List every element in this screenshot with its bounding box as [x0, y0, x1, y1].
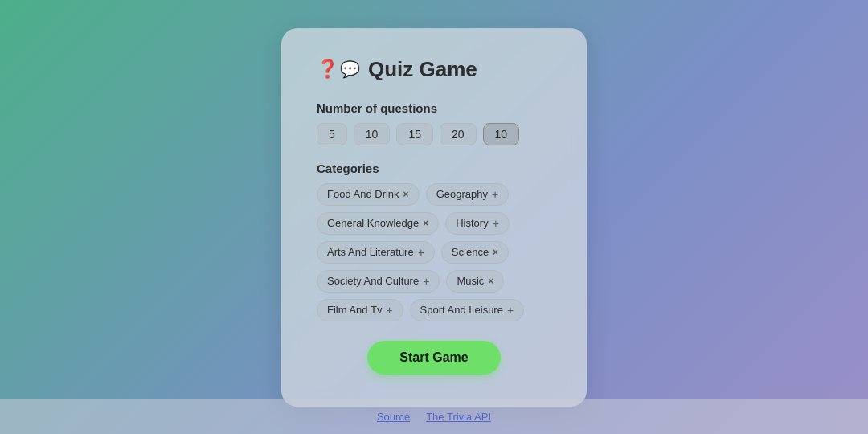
tag-add-icon[interactable]: +	[418, 246, 424, 259]
tag-label: Geography	[436, 188, 488, 200]
card-header: ❓ 💬 Quiz Game	[317, 57, 551, 82]
start-btn-wrapper: Start Game	[317, 341, 551, 375]
tag-music[interactable]: Music ×	[446, 270, 504, 293]
tag-label: Science	[452, 246, 489, 258]
tag-remove-icon[interactable]: ×	[493, 247, 498, 258]
tag-add-icon[interactable]: +	[507, 304, 514, 317]
tag-remove-icon[interactable]: ×	[488, 276, 493, 287]
tag-food-and-drink[interactable]: Food And Drink ×	[317, 183, 420, 206]
num-btn-5[interactable]: 5	[317, 123, 347, 145]
tag-science[interactable]: Science ×	[441, 241, 509, 264]
tag-society-and-culture[interactable]: Society And Culture +	[317, 270, 440, 293]
tag-label: General Knowledge	[327, 217, 419, 229]
tag-label: Music	[457, 275, 484, 287]
main-content: ❓ 💬 Quiz Game Number of questions 5 10 1…	[0, 0, 868, 434]
quiz-card: ❓ 💬 Quiz Game Number of questions 5 10 1…	[281, 28, 587, 407]
num-btn-10b[interactable]: 10	[483, 123, 520, 145]
tag-geography[interactable]: Geography +	[426, 183, 510, 206]
categories-section: Categories Food And Drink × Geography + …	[317, 162, 551, 321]
num-btn-20[interactable]: 20	[440, 123, 477, 145]
tag-remove-icon[interactable]: ×	[403, 189, 409, 200]
tag-history[interactable]: History +	[445, 212, 510, 235]
footer: Source The Trivia API	[0, 399, 868, 434]
tag-label: Food And Drink	[327, 188, 399, 200]
tag-film-and-tv[interactable]: Film And Tv +	[317, 299, 403, 321]
start-game-button[interactable]: Start Game	[367, 341, 500, 375]
trivia-api-link[interactable]: The Trivia API	[426, 411, 491, 423]
tag-add-icon[interactable]: +	[423, 275, 429, 288]
tag-add-icon[interactable]: +	[493, 217, 499, 230]
num-btn-10a[interactable]: 10	[354, 123, 391, 145]
number-buttons-group: 5 10 15 20 10	[317, 123, 551, 145]
page-title: Quiz Game	[368, 57, 477, 82]
tag-sport-and-leisure[interactable]: Sport And Leisure +	[410, 299, 525, 321]
num-btn-15[interactable]: 15	[396, 123, 433, 145]
tag-general-knowledge[interactable]: General Knowledge ×	[317, 212, 439, 235]
tag-label: Film And Tv	[327, 304, 382, 316]
categories-label: Categories	[317, 162, 551, 175]
tag-label: Arts And Literature	[327, 246, 414, 258]
tag-label: Society And Culture	[327, 275, 419, 287]
questions-label: Number of questions	[317, 101, 551, 115]
tag-add-icon[interactable]: +	[386, 304, 392, 317]
tag-add-icon[interactable]: +	[492, 188, 498, 201]
quiz-icon: ❓ 💬	[317, 59, 360, 80]
tag-label: History	[456, 217, 488, 229]
source-link[interactable]: Source	[377, 411, 410, 423]
tag-arts-and-literature[interactable]: Arts And Literature +	[317, 241, 435, 264]
question-mark-icon: ❓	[317, 59, 338, 80]
tag-label: Sport And Leisure	[420, 304, 503, 316]
category-tags-group: Food And Drink × Geography + General Kno…	[317, 183, 551, 321]
questions-section: Number of questions 5 10 15 20 10	[317, 101, 551, 145]
speech-bubble-icon: 💬	[340, 59, 360, 79]
tag-remove-icon[interactable]: ×	[423, 218, 428, 229]
